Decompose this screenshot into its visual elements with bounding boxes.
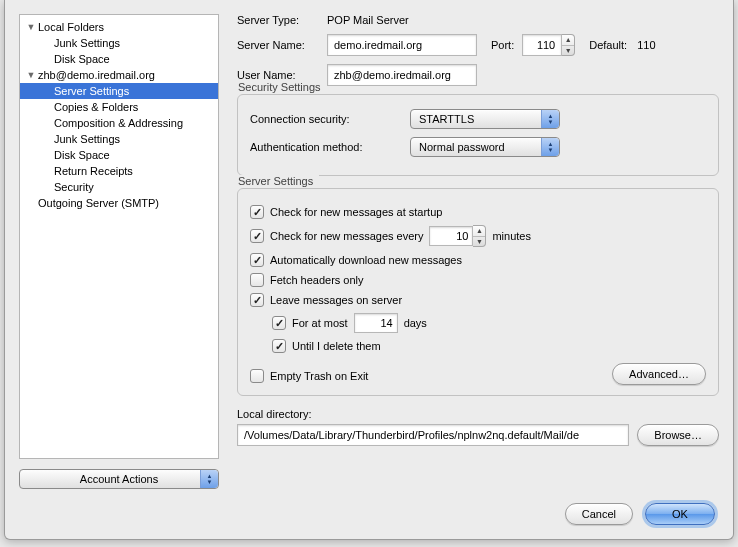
check-startup-label: Check for new messages at startup	[270, 206, 442, 218]
auto-download-row: Automatically download new messages	[250, 253, 706, 267]
browse-button[interactable]: Browse…	[637, 424, 719, 446]
server-settings-group: Server Settings Check for new messages a…	[237, 188, 719, 396]
connection-security-row: Connection security: STARTTLS ▲▼	[250, 109, 706, 129]
auto-download-label: Automatically download new messages	[270, 254, 462, 266]
empty-trash-row: Empty Trash on Exit Advanced…	[250, 359, 706, 385]
auth-method-label: Authentication method:	[250, 141, 410, 153]
for-at-most-row: For at most days	[250, 313, 706, 333]
connection-security-select[interactable]: STARTTLS ▲▼	[410, 109, 560, 129]
connection-security-label: Connection security:	[250, 113, 410, 125]
tree-label: Copies & Folders	[54, 101, 138, 113]
account-tree[interactable]: ▼ Local Folders Junk Settings Disk Space…	[19, 14, 219, 459]
sidebar: ▼ Local Folders Junk Settings Disk Space…	[19, 14, 219, 491]
user-name-label: User Name:	[237, 69, 327, 81]
disclosure-triangle-icon[interactable]: ▼	[26, 70, 36, 80]
tree-item-outgoing-smtp[interactable]: Outgoing Server (SMTP)	[20, 195, 218, 211]
port-input[interactable]	[522, 34, 562, 56]
server-name-label: Server Name:	[237, 39, 327, 51]
check-every-label-pre: Check for new messages every	[270, 230, 423, 242]
tree-item-copies-folders[interactable]: Copies & Folders	[20, 99, 218, 115]
tree-item-disk-space-2[interactable]: Disk Space	[20, 147, 218, 163]
account-actions-label: Account Actions	[80, 473, 158, 485]
server-name-input[interactable]	[327, 34, 477, 56]
security-group-title: Security Settings	[238, 81, 327, 93]
stepper-arrows-icon[interactable]: ▲▼	[473, 225, 486, 247]
settings-panel: Server Type: POP Mail Server Server Name…	[219, 14, 719, 491]
tree-label: zhb@demo.iredmail.org	[38, 69, 155, 81]
for-at-most-checkbox[interactable]	[272, 316, 286, 330]
check-every-checkbox[interactable]	[250, 229, 264, 243]
account-settings-window: ▼ Local Folders Junk Settings Disk Space…	[4, 0, 734, 540]
fetch-headers-label: Fetch headers only	[270, 274, 364, 286]
tree-label: Security	[54, 181, 94, 193]
tree-item-composition[interactable]: Composition & Addressing	[20, 115, 218, 131]
tree-label: Junk Settings	[54, 37, 120, 49]
check-startup-checkbox[interactable]	[250, 205, 264, 219]
auth-method-value: Normal password	[419, 141, 505, 153]
empty-trash-inner: Empty Trash on Exit	[250, 369, 368, 383]
default-port-label: Default:	[589, 39, 627, 51]
fetch-headers-row: Fetch headers only	[250, 273, 706, 287]
port-stepper: ▲▼	[522, 34, 575, 56]
dialog-footer: Cancel OK	[5, 491, 733, 539]
advanced-button[interactable]: Advanced…	[612, 363, 706, 385]
until-delete-row: Until I delete them	[250, 339, 706, 353]
tree-item-security[interactable]: Security	[20, 179, 218, 195]
leave-on-server-label: Leave messages on server	[270, 294, 402, 306]
local-dir-label: Local directory:	[237, 408, 719, 420]
auto-download-checkbox[interactable]	[250, 253, 264, 267]
until-delete-checkbox[interactable]	[272, 339, 286, 353]
for-at-most-label-post: days	[404, 317, 427, 329]
port-label: Port:	[491, 39, 514, 51]
default-port-value: 110	[637, 39, 655, 51]
until-delete-label: Until I delete them	[292, 340, 381, 352]
tree-label: Disk Space	[54, 53, 110, 65]
for-at-most-input[interactable]	[354, 313, 398, 333]
tree-label: Outgoing Server (SMTP)	[38, 197, 159, 209]
local-dir-input[interactable]	[237, 424, 629, 446]
select-chevrons-icon: ▲▼	[541, 138, 559, 156]
tree-label: Junk Settings	[54, 133, 120, 145]
tree-item-account[interactable]: ▼ zhb@demo.iredmail.org	[20, 67, 218, 83]
connection-security-value: STARTTLS	[419, 113, 474, 125]
tree-item-junk-settings[interactable]: Junk Settings	[20, 35, 218, 51]
server-type-value: POP Mail Server	[327, 14, 409, 26]
disclosure-triangle-icon[interactable]: ▼	[26, 22, 36, 32]
tree-item-return-receipts[interactable]: Return Receipts	[20, 163, 218, 179]
server-type-row: Server Type: POP Mail Server	[237, 14, 719, 26]
tree-item-disk-space[interactable]: Disk Space	[20, 51, 218, 67]
empty-trash-label: Empty Trash on Exit	[270, 370, 368, 382]
check-every-label-post: minutes	[492, 230, 531, 242]
tree-label: Local Folders	[38, 21, 104, 33]
tree-label: Return Receipts	[54, 165, 133, 177]
tree-label: Composition & Addressing	[54, 117, 183, 129]
cancel-button[interactable]: Cancel	[565, 503, 633, 525]
tree-label: Server Settings	[54, 85, 129, 97]
check-every-input[interactable]	[429, 226, 473, 246]
leave-on-server-checkbox[interactable]	[250, 293, 264, 307]
account-actions-popup[interactable]: Account Actions ▲▼	[19, 469, 219, 489]
popup-chevrons-icon: ▲▼	[200, 470, 218, 488]
select-chevrons-icon: ▲▼	[541, 110, 559, 128]
port-stepper-arrows[interactable]: ▲▼	[562, 34, 575, 56]
check-every-stepper: ▲▼	[429, 225, 486, 247]
tree-label: Disk Space	[54, 149, 110, 161]
security-settings-group: Security Settings Connection security: S…	[237, 94, 719, 176]
content-area: ▼ Local Folders Junk Settings Disk Space…	[5, 0, 733, 491]
check-startup-row: Check for new messages at startup	[250, 205, 706, 219]
leave-on-server-row: Leave messages on server	[250, 293, 706, 307]
server-group-title: Server Settings	[238, 175, 319, 187]
auth-method-select[interactable]: Normal password ▲▼	[410, 137, 560, 157]
server-name-row: Server Name: Port: ▲▼ Default: 110	[237, 34, 719, 56]
tree-item-local-folders[interactable]: ▼ Local Folders	[20, 19, 218, 35]
local-dir-row: Browse…	[237, 424, 719, 446]
auth-method-row: Authentication method: Normal password ▲…	[250, 137, 706, 157]
ok-button[interactable]: OK	[645, 503, 715, 525]
empty-trash-checkbox[interactable]	[250, 369, 264, 383]
user-name-input[interactable]	[327, 64, 477, 86]
tree-item-junk-settings-2[interactable]: Junk Settings	[20, 131, 218, 147]
fetch-headers-checkbox[interactable]	[250, 273, 264, 287]
check-every-row: Check for new messages every ▲▼ minutes	[250, 225, 706, 247]
tree-item-server-settings[interactable]: Server Settings	[20, 83, 218, 99]
account-actions-wrap: Account Actions ▲▼	[19, 469, 219, 491]
